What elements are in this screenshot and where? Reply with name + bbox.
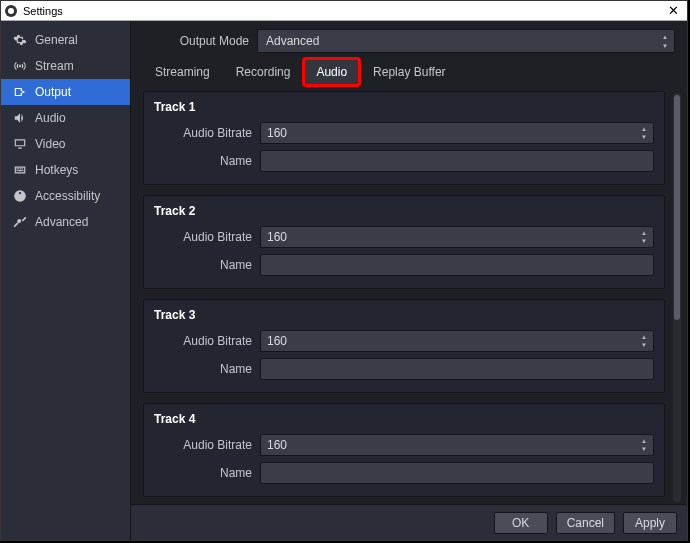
- track-panel: Track 4 Audio Bitrate 160 ▲▼ Name: [143, 403, 665, 497]
- tab-streaming[interactable]: Streaming: [143, 59, 222, 85]
- sidebar-item-label: Video: [35, 137, 65, 151]
- track-title: Track 4: [154, 412, 654, 426]
- audio-tracks-list: Track 1 Audio Bitrate 160 ▲▼ Name: [143, 91, 669, 504]
- spinner-icons: ▲▼: [658, 32, 672, 50]
- sidebar-item-video[interactable]: Video: [1, 131, 130, 157]
- sidebar-item-label: Hotkeys: [35, 163, 78, 177]
- monitor-icon: [13, 137, 27, 151]
- spinner-icons: ▲▼: [637, 229, 651, 245]
- track-name-input[interactable]: [260, 150, 654, 172]
- sidebar-item-label: General: [35, 33, 78, 47]
- output-mode-value: Advanced: [266, 34, 319, 48]
- content-wrap: Track 1 Audio Bitrate 160 ▲▼ Name: [131, 85, 687, 504]
- bitrate-label: Audio Bitrate: [154, 230, 260, 244]
- output-mode-select[interactable]: Advanced ▲▼: [257, 29, 675, 53]
- track-name-input[interactable]: [260, 254, 654, 276]
- sidebar-item-accessibility[interactable]: Accessibility: [1, 183, 130, 209]
- sidebar-item-hotkeys[interactable]: Hotkeys: [1, 157, 130, 183]
- body: General Stream Output Audio Video Hotkey…: [1, 21, 687, 540]
- spinner-icons: ▲▼: [637, 333, 651, 349]
- main-panel: Output Mode Advanced ▲▼ Streaming Record…: [131, 21, 687, 540]
- sidebar-item-advanced[interactable]: Advanced: [1, 209, 130, 235]
- footer: OK Cancel Apply: [131, 504, 687, 540]
- track-title: Track 2: [154, 204, 654, 218]
- name-label: Name: [154, 258, 260, 272]
- output-tabs: Streaming Recording Audio Replay Buffer: [131, 59, 687, 85]
- sidebar-item-audio[interactable]: Audio: [1, 105, 130, 131]
- scrollbar[interactable]: [673, 93, 681, 502]
- bitrate-label: Audio Bitrate: [154, 126, 260, 140]
- sidebar-item-label: Stream: [35, 59, 74, 73]
- bitrate-input[interactable]: 160 ▲▼: [260, 330, 654, 352]
- track-panel: Track 3 Audio Bitrate 160 ▲▼ Name: [143, 299, 665, 393]
- sidebar-item-label: Advanced: [35, 215, 88, 229]
- name-label: Name: [154, 154, 260, 168]
- track-panel: Track 2 Audio Bitrate 160 ▲▼ Name: [143, 195, 665, 289]
- track-title: Track 3: [154, 308, 654, 322]
- antenna-icon: [13, 59, 27, 73]
- titlebar: Settings ✕: [1, 1, 687, 21]
- app-icon: [5, 5, 17, 17]
- keyboard-icon: [13, 163, 27, 177]
- name-label: Name: [154, 466, 260, 480]
- sidebar-item-general[interactable]: General: [1, 27, 130, 53]
- bitrate-input[interactable]: 160 ▲▼: [260, 434, 654, 456]
- scroll-thumb[interactable]: [674, 95, 680, 320]
- gear-icon: [13, 33, 27, 47]
- track-name-input[interactable]: [260, 358, 654, 380]
- sidebar-item-output[interactable]: Output: [1, 79, 130, 105]
- accessibility-icon: [13, 189, 27, 203]
- tools-icon: [13, 215, 27, 229]
- ok-button[interactable]: OK: [494, 512, 548, 534]
- bitrate-input[interactable]: 160 ▲▼: [260, 226, 654, 248]
- apply-button[interactable]: Apply: [623, 512, 677, 534]
- sidebar-item-label: Audio: [35, 111, 66, 125]
- output-icon: [13, 85, 27, 99]
- sidebar-item-label: Accessibility: [35, 189, 100, 203]
- sidebar-item-label: Output: [35, 85, 71, 99]
- window-title: Settings: [23, 5, 664, 17]
- track-name-input[interactable]: [260, 462, 654, 484]
- track-title: Track 1: [154, 100, 654, 114]
- sidebar: General Stream Output Audio Video Hotkey…: [1, 21, 131, 540]
- spinner-icons: ▲▼: [637, 437, 651, 453]
- output-mode-label: Output Mode: [143, 34, 249, 48]
- tab-replay-buffer[interactable]: Replay Buffer: [361, 59, 458, 85]
- spinner-icons: ▲▼: [637, 125, 651, 141]
- tab-recording[interactable]: Recording: [224, 59, 303, 85]
- tab-audio[interactable]: Audio: [304, 59, 359, 85]
- bitrate-input[interactable]: 160 ▲▼: [260, 122, 654, 144]
- close-icon[interactable]: ✕: [664, 5, 683, 17]
- speaker-icon: [13, 111, 27, 125]
- name-label: Name: [154, 362, 260, 376]
- bitrate-label: Audio Bitrate: [154, 438, 260, 452]
- sidebar-item-stream[interactable]: Stream: [1, 53, 130, 79]
- bitrate-label: Audio Bitrate: [154, 334, 260, 348]
- settings-window: Settings ✕ General Stream Output Audio: [0, 0, 688, 541]
- output-mode-row: Output Mode Advanced ▲▼: [131, 21, 687, 59]
- track-panel: Track 1 Audio Bitrate 160 ▲▼ Name: [143, 91, 665, 185]
- cancel-button[interactable]: Cancel: [556, 512, 615, 534]
